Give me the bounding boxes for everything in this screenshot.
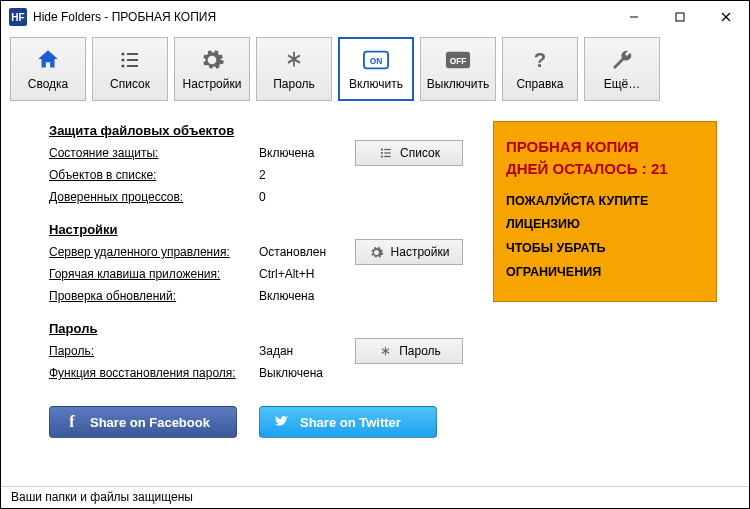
row-trusted-processes: Доверенных процессов: 0 [49, 186, 473, 208]
svg-rect-1 [676, 13, 684, 21]
row-remote-server: Сервер удаленного управления: Остановлен… [49, 241, 473, 263]
toolbar-list[interactable]: Список [92, 37, 168, 101]
window-controls [611, 1, 749, 33]
asterisk-icon [281, 47, 307, 73]
toolbar-password[interactable]: Пароль [256, 37, 332, 101]
row-hotkey: Горячая клавиша приложения: Ctrl+Alt+H [49, 263, 473, 285]
svg-point-8 [121, 64, 124, 67]
trial-line2: ДНЕЙ ОСТАЛОСЬ : 21 [506, 158, 704, 180]
gear-icon [369, 244, 385, 260]
settings-button[interactable]: Настройки [355, 239, 463, 265]
svg-text:?: ? [534, 49, 546, 71]
row-value: Ctrl+Alt+H [259, 267, 349, 281]
row-label[interactable]: Доверенных процессов: [49, 190, 259, 204]
svg-rect-5 [127, 53, 138, 55]
row-password: Пароль: Задан Пароль [49, 340, 473, 362]
row-value: Включена [259, 146, 349, 160]
row-objects-count: Объектов в списке: 2 [49, 164, 473, 186]
svg-rect-16 [384, 149, 390, 150]
row-value: Остановлен [259, 245, 349, 259]
minimize-button[interactable] [611, 1, 657, 33]
row-protection-state: Состояние защиты: Включена Список [49, 142, 473, 164]
list-button[interactable]: Список [355, 140, 463, 166]
toolbar-enable[interactable]: ON Включить [338, 37, 414, 101]
toolbar-label: Ещё… [604, 77, 641, 91]
trial-body: ПОЖАЛУЙСТА КУПИТЕ ЛИЦЕНЗИЮ ЧТОБЫ УБРАТЬ … [506, 190, 704, 285]
row-updates: Проверка обновлений: Включена [49, 285, 473, 307]
svg-point-17 [381, 152, 383, 154]
on-icon: ON [363, 47, 389, 73]
svg-text:ON: ON [370, 56, 383, 66]
window: HF Hide Folders - ПРОБНАЯ КОПИЯ Сводка С… [0, 0, 750, 509]
maximize-button[interactable] [657, 1, 703, 33]
svg-rect-7 [127, 59, 138, 61]
toolbar-label: Сводка [28, 77, 69, 91]
titlebar: HF Hide Folders - ПРОБНАЯ КОПИЯ [1, 1, 749, 33]
trial-body-line: ОГРАНИЧЕНИЯ [506, 261, 704, 285]
row-value: Выключена [259, 366, 349, 380]
trial-line1: ПРОБНАЯ КОПИЯ [506, 136, 704, 158]
trial-panel: ПРОБНАЯ КОПИЯ ДНЕЙ ОСТАЛОСЬ : 21 ПОЖАЛУЙ… [493, 117, 723, 480]
svg-point-6 [121, 58, 124, 61]
list-icon [117, 47, 143, 73]
trial-body-line: ЛИЦЕНЗИЮ [506, 213, 704, 237]
svg-point-4 [121, 52, 124, 55]
toolbar: Сводка Список Настройки Пароль ON Включи… [1, 33, 749, 107]
status-text: Ваши папки и файлы защищены [11, 490, 193, 504]
svg-rect-18 [384, 152, 390, 153]
wrench-icon [609, 47, 635, 73]
button-label: Список [400, 146, 440, 160]
window-title: Hide Folders - ПРОБНАЯ КОПИЯ [33, 10, 216, 24]
row-label[interactable]: Объектов в списке: [49, 168, 259, 182]
row-label[interactable]: Пароль: [49, 344, 259, 358]
trial-body-line: ПОЖАЛУЙСТА КУПИТЕ [506, 190, 704, 214]
svg-rect-9 [127, 65, 138, 67]
gear-icon [199, 47, 225, 73]
close-button[interactable] [703, 1, 749, 33]
button-label: Настройки [391, 245, 450, 259]
share-twitter-button[interactable]: Share on Twitter [259, 406, 437, 438]
row-label[interactable]: Сервер удаленного управления: [49, 245, 259, 259]
toolbar-label: Справка [516, 77, 563, 91]
section-settings-title: Настройки [49, 222, 473, 237]
toolbar-more[interactable]: Ещё… [584, 37, 660, 101]
question-icon: ? [527, 47, 553, 73]
svg-point-19 [381, 155, 383, 157]
toolbar-label: Настройки [183, 77, 242, 91]
toolbar-disable[interactable]: OFF Выключить [420, 37, 496, 101]
button-label: Share on Twitter [300, 415, 401, 430]
button-label: Пароль [399, 344, 441, 358]
twitter-icon [274, 414, 290, 430]
facebook-icon: f [64, 414, 80, 430]
trial-body-line: ЧТОБЫ УБРАТЬ [506, 237, 704, 261]
row-label[interactable]: Функция восстановления пароля: [49, 366, 259, 380]
row-password-recovery: Функция восстановления пароля: Выключена [49, 362, 473, 384]
svg-text:OFF: OFF [450, 56, 467, 66]
trial-box[interactable]: ПРОБНАЯ КОПИЯ ДНЕЙ ОСТАЛОСЬ : 21 ПОЖАЛУЙ… [493, 121, 717, 302]
asterisk-icon [377, 343, 393, 359]
toolbar-settings[interactable]: Настройки [174, 37, 250, 101]
summary-panel: Защита файловых объектов Состояние защит… [49, 117, 473, 480]
home-icon [35, 47, 61, 73]
section-protection-title: Защита файловых объектов [49, 123, 473, 138]
off-icon: OFF [445, 47, 471, 73]
app-icon: HF [9, 8, 27, 26]
row-value: Включена [259, 289, 349, 303]
toolbar-summary[interactable]: Сводка [10, 37, 86, 101]
section-password-title: Пароль [49, 321, 473, 336]
toolbar-help[interactable]: ? Справка [502, 37, 578, 101]
row-label[interactable]: Состояние защиты: [49, 146, 259, 160]
svg-rect-20 [384, 156, 390, 157]
toolbar-label: Список [110, 77, 150, 91]
row-value: 2 [259, 168, 349, 182]
row-label[interactable]: Горячая клавиша приложения: [49, 267, 259, 281]
status-bar: Ваши папки и файлы защищены [1, 486, 749, 508]
row-value: 0 [259, 190, 349, 204]
password-button[interactable]: Пароль [355, 338, 463, 364]
row-label[interactable]: Проверка обновлений: [49, 289, 259, 303]
share-row: f Share on Facebook Share on Twitter [49, 406, 473, 438]
toolbar-label: Пароль [273, 77, 315, 91]
svg-point-15 [381, 148, 383, 150]
list-icon [378, 145, 394, 161]
share-facebook-button[interactable]: f Share on Facebook [49, 406, 237, 438]
